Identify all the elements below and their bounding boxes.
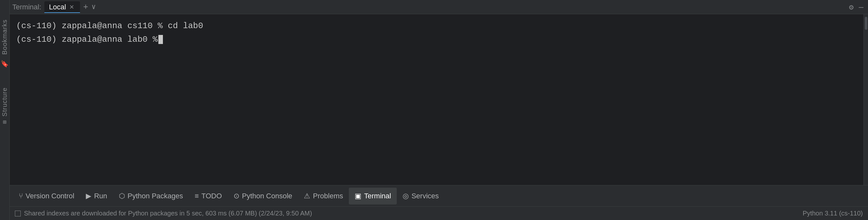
python-packages-label: Python Packages [128, 192, 183, 200]
tab-bar: Terminal: Local ✕ + ∨ ⚙ — [10, 0, 868, 14]
python-console-label: Python Console [242, 192, 292, 200]
python-packages-icon: ⬡ [119, 192, 125, 200]
toolbar-item-version-control[interactable]: ⑂ Version Control [13, 188, 80, 205]
scrollbar[interactable] [864, 14, 868, 185]
tab-local[interactable]: Local ✕ [44, 1, 80, 13]
toolbar-item-services[interactable]: ◎ Services [397, 188, 444, 205]
structure-icon: ⊞ [3, 118, 6, 125]
todo-label: TODO [202, 192, 222, 200]
run-label: Run [94, 192, 107, 200]
version-control-label: Version Control [26, 192, 74, 200]
terminal-area[interactable]: (cs-110) zappala@anna cs110 % cd lab0 (c… [10, 14, 864, 185]
status-message: Shared indexes are downloaded for Python… [24, 210, 312, 217]
terminal-cursor [158, 35, 163, 44]
tab-close-icon[interactable]: ✕ [68, 3, 75, 11]
tab-add-button[interactable]: + [81, 2, 91, 12]
minimize-icon[interactable]: — [859, 3, 864, 12]
services-label: Services [411, 192, 438, 200]
problems-label: Problems [313, 192, 343, 200]
status-checkbox[interactable] [15, 211, 21, 216]
settings-icon[interactable]: ⚙ [849, 3, 854, 12]
run-icon: ▶ [86, 192, 91, 200]
terminal-label: Terminal [364, 192, 391, 200]
tab-local-label: Local [49, 3, 66, 11]
problems-icon: ⚠ [304, 192, 310, 200]
terminal-line-2: (cs-110) zappala@anna lab0 % [16, 33, 857, 46]
python-version-info: Python 3.11 (cs-110) [803, 210, 863, 217]
bottom-toolbar: ⑂ Version Control ▶ Run ⬡ Python Package… [10, 185, 868, 207]
terminal-label: Terminal: [12, 3, 41, 11]
toolbar-item-run[interactable]: ▶ Run [80, 188, 113, 205]
structure-sidebar-label[interactable]: Structure [1, 87, 8, 116]
version-control-icon: ⑂ [19, 192, 23, 200]
status-left: Shared indexes are downloaded for Python… [15, 210, 312, 217]
status-bar: Shared indexes are downloaded for Python… [10, 207, 868, 220]
toolbar-item-terminal[interactable]: ▣ Terminal [349, 188, 397, 205]
bookmark-icon: 🔖 [1, 60, 9, 68]
todo-icon: ≡ [195, 192, 199, 200]
python-console-icon: ⊙ [234, 192, 239, 200]
toolbar-item-todo[interactable]: ≡ TODO [189, 188, 228, 205]
scrollbar-thumb[interactable] [865, 17, 867, 30]
toolbar-item-python-console[interactable]: ⊙ Python Console [228, 188, 298, 205]
top-right-buttons: ⚙ — [849, 0, 864, 14]
terminal-line-1: (cs-110) zappala@anna cs110 % cd lab0 [16, 20, 857, 33]
services-icon: ◎ [403, 192, 409, 200]
terminal-icon: ▣ [355, 192, 362, 200]
bookmarks-sidebar-label[interactable]: Bookmarks [1, 20, 8, 55]
toolbar-item-problems[interactable]: ⚠ Problems [298, 188, 349, 205]
main-area: Terminal: Local ✕ + ∨ ⚙ — (cs-110) zappa… [10, 0, 868, 220]
toolbar-item-python-packages[interactable]: ⬡ Python Packages [113, 188, 189, 205]
left-sidebar: Bookmarks 🔖 Structure ⊞ [0, 0, 10, 220]
tab-dropdown-button[interactable]: ∨ [91, 3, 96, 11]
